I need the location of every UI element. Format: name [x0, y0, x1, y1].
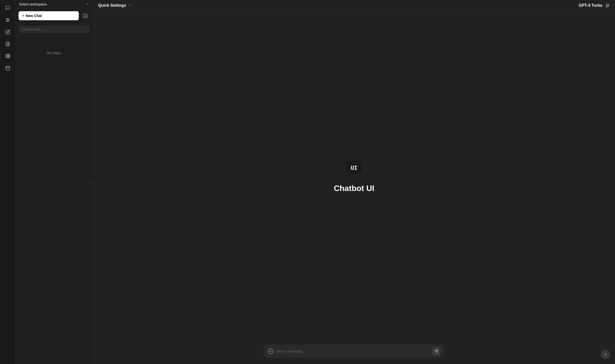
- workspace-chevron-icon: [86, 2, 89, 6]
- svg-rect-8: [6, 54, 7, 58]
- library-icon: [5, 54, 10, 58]
- center-logo-area: UI Chatbot UI: [93, 11, 615, 340]
- library-nav-button[interactable]: [3, 51, 13, 61]
- help-button[interactable]: ?: [601, 350, 610, 359]
- attach-icon: [267, 348, 273, 354]
- search-input[interactable]: [19, 26, 90, 33]
- send-button[interactable]: [432, 347, 441, 356]
- bottom-input-area: [93, 340, 615, 364]
- svg-rect-10: [9, 54, 10, 58]
- model-settings-button[interactable]: [605, 3, 610, 8]
- svg-point-20: [606, 4, 607, 4]
- document-icon: [5, 42, 10, 46]
- quick-settings-label: Quick Settings: [98, 3, 126, 8]
- workspace-selector[interactable]: Select workspace...: [16, 0, 93, 9]
- edit-icon: [5, 30, 10, 34]
- model-name: GPT-4 Turbo: [579, 3, 602, 8]
- svg-rect-11: [6, 66, 10, 70]
- no-chats-message: No chats.: [16, 36, 93, 364]
- app-logo: UI: [344, 159, 364, 180]
- send-icon: [434, 349, 438, 353]
- new-chat-button[interactable]: + New Chat: [19, 11, 79, 20]
- workspace-label: Select workspace...: [19, 2, 49, 6]
- new-chat-row: + New Chat: [16, 9, 93, 23]
- collapse-sidebar-handle[interactable]: ‹: [90, 180, 92, 185]
- top-header: Quick Settings GPT-4 Turbo: [93, 0, 615, 11]
- svg-rect-9: [7, 54, 8, 58]
- help-label: ?: [604, 352, 606, 357]
- logo-bubble-icon: UI: [344, 159, 364, 179]
- svg-point-22: [606, 6, 607, 7]
- folder-plus-icon: [83, 13, 88, 18]
- search-container: [16, 23, 93, 36]
- tune-icon: [605, 3, 610, 8]
- svg-point-4: [8, 20, 9, 20]
- chat-icon: [5, 6, 10, 10]
- tasks-nav-button[interactable]: [3, 63, 13, 73]
- svg-text:UI: UI: [351, 165, 358, 171]
- svg-point-21: [608, 5, 609, 6]
- icon-sidebar: [0, 0, 16, 364]
- chat-sidebar: Select workspace... + New Chat No chats.: [16, 0, 93, 364]
- document-nav-button[interactable]: [3, 39, 13, 49]
- quick-settings-button[interactable]: Quick Settings: [98, 3, 132, 8]
- quick-settings-chevron-icon: [128, 4, 132, 8]
- new-chat-label: New Chat: [26, 14, 42, 18]
- edit-nav-button[interactable]: [3, 27, 13, 37]
- app-title: Chatbot UI: [334, 184, 374, 193]
- plus-icon: +: [22, 14, 24, 18]
- attach-button[interactable]: [267, 348, 273, 354]
- svg-point-5: [7, 21, 7, 22]
- message-input[interactable]: [276, 349, 430, 353]
- sliders-icon: [5, 18, 10, 22]
- model-selector[interactable]: GPT-4 Turbo: [579, 3, 610, 8]
- svg-marker-24: [348, 174, 353, 177]
- tasks-icon: [5, 66, 10, 70]
- chat-nav-button[interactable]: [3, 3, 13, 13]
- message-input-container: [264, 344, 444, 358]
- new-folder-button[interactable]: [81, 11, 90, 20]
- main-content: Quick Settings GPT-4 Turbo: [93, 0, 615, 364]
- filters-nav-button[interactable]: [3, 15, 13, 25]
- svg-point-3: [7, 18, 7, 19]
